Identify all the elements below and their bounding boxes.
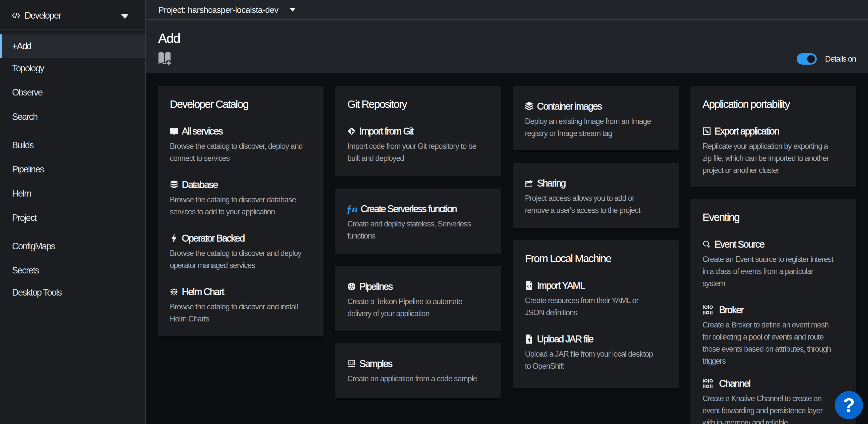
- svg-text:HELM: HELM: [171, 291, 177, 293]
